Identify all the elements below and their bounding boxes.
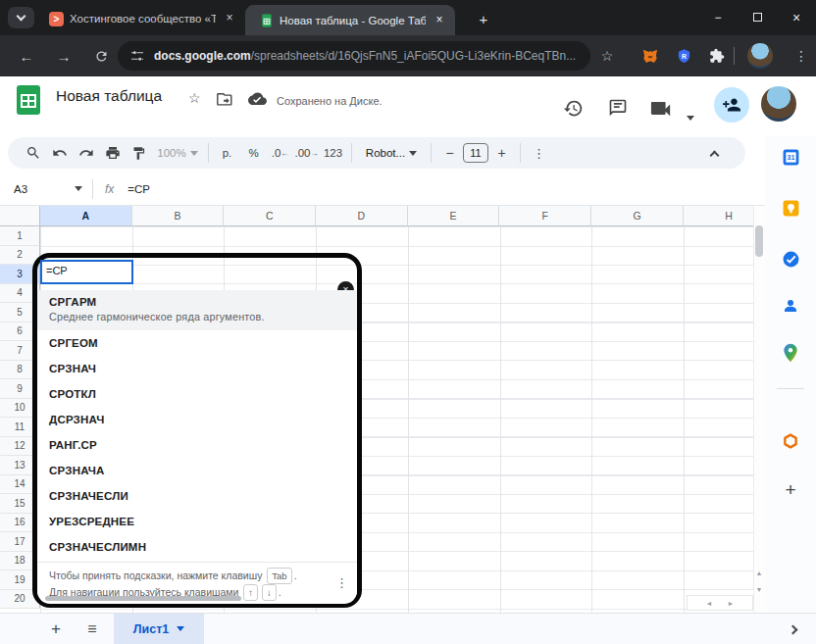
close-tab-icon[interactable]: × [222,11,237,26]
sheets-logo-icon[interactable] [16,84,41,116]
font-size-input[interactable]: 11 [463,143,488,163]
column-header-H[interactable]: H [684,206,753,226]
new-tab-button[interactable]: + [473,8,494,29]
column-header-A[interactable]: A [40,206,132,226]
addon-icon[interactable] [779,429,802,453]
formula-input[interactable]: =СР [128,183,150,195]
decrease-font-size-button[interactable]: − [436,140,463,166]
undo-icon[interactable] [46,140,73,166]
column-header-G[interactable]: G [591,206,684,226]
document-title[interactable]: Новая таблица [56,87,162,105]
keep-icon[interactable] [779,196,802,220]
extensions-puzzle-icon[interactable] [702,35,732,76]
vertical-scrollbar-thumb[interactable] [755,225,763,257]
browser-menu-kebab-icon[interactable]: ⋮ [787,35,816,76]
move-folder-icon[interactable] [217,93,233,107]
scroll-down-icon[interactable]: ▼ [753,586,765,593]
address-bar[interactable]: docs.google.com/spreadsheets/d/16QjsFnN5… [118,41,590,71]
suggestion-item[interactable]: СРГЕОМ [37,330,357,356]
suggestion-item[interactable]: РАНГ.СР [37,432,357,458]
suggestion-item[interactable]: СРГАРМСреднее гармоническое ряда аргумен… [37,290,357,330]
sheet-tab-active[interactable]: Лист1 [114,614,204,644]
browser-profile-avatar[interactable] [747,43,773,69]
tab-search-button[interactable] [8,7,34,28]
metamask-extension-icon[interactable] [636,35,665,76]
column-header-F[interactable]: F [499,206,591,226]
person-add-icon [722,96,741,114]
forward-button[interactable]: → [49,35,78,76]
name-box[interactable]: A3 [14,183,71,195]
minimize-button[interactable]: − [698,0,738,34]
currency-format-button[interactable]: р. [214,140,240,166]
fx-icon: fx [105,182,114,196]
tab-timeweb[interactable]: > Хостинговое сообщество «Tim × [37,6,243,31]
comments-icon[interactable] [608,98,628,118]
expand-side-panel-icon[interactable] [781,614,804,644]
contacts-icon[interactable] [779,294,802,318]
select-all-corner[interactable] [0,206,40,226]
paint-format-icon[interactable] [126,140,152,166]
site-settings-icon[interactable] [129,48,145,64]
increase-decimal-button[interactable]: .00→ [293,140,320,166]
popup-kebab-icon[interactable]: ⋮ [335,575,348,590]
toolbar-more-kebab-icon[interactable]: ⋮ [526,140,552,166]
increase-font-size-button[interactable]: + [488,140,515,166]
shield-extension-icon[interactable]: R [669,35,698,76]
percent-format-button[interactable]: % [240,140,267,166]
row-header-1[interactable]: 1 [0,226,40,246]
suggestion-item[interactable]: ДСРЗНАЧ [37,407,357,432]
column-header-E[interactable]: E [408,206,500,226]
down-keycap: ↓ [262,584,277,601]
number-format-button[interactable]: 123 [320,140,346,166]
add-addon-plus-icon[interactable]: + [779,478,802,502]
suggestion-item[interactable]: УРЕЗСРЕДНЕЕ [37,509,357,534]
zoom-select[interactable]: 100% [152,140,203,166]
popup-horizontal-scrollbar-thumb[interactable] [45,596,241,601]
column-header-B[interactable]: B [132,206,225,226]
maps-icon[interactable] [779,341,802,365]
scroll-right-icon[interactable]: ► [725,600,737,607]
horizontal-scrollbar[interactable]: ◄ ► [687,595,753,611]
bookmark-star-icon[interactable]: ☆ [592,35,622,76]
tasks-icon[interactable] [779,247,802,271]
vertical-scrollbar[interactable] [753,206,765,613]
close-tab-icon[interactable]: × [432,13,447,28]
reload-button[interactable] [86,35,116,76]
scroll-up-icon[interactable]: ▲ [753,570,765,576]
redo-icon[interactable] [73,140,99,166]
all-sheets-menu-icon[interactable]: ≡ [80,614,104,644]
tab-sheets-active[interactable]: Новая таблица - Google Табли × [245,5,455,35]
suggestion-item[interactable]: СРОТКЛ [37,381,357,407]
name-box-caret-icon[interactable] [75,186,82,191]
camera-dropdown-caret-icon[interactable] [683,107,694,124]
scroll-left-icon[interactable]: ◄ [703,600,715,607]
version-history-icon[interactable] [563,98,584,119]
column-header-D[interactable]: D [316,206,408,226]
account-avatar[interactable] [761,86,796,122]
svg-text:31: 31 [787,154,794,162]
calendar-icon[interactable]: 31 [779,145,802,169]
print-icon[interactable] [99,140,126,166]
sheet-tab-caret-icon [177,626,184,631]
font-select[interactable]: Robot... [357,140,426,166]
cell-editor[interactable]: =СР [40,260,133,284]
suggestion-item[interactable]: СРЗНАЧЕСЛИМН [37,534,357,560]
share-button[interactable] [714,87,749,123]
star-document-icon[interactable]: ☆ [188,90,201,106]
sheets-favicon-icon [259,13,274,27]
decrease-decimal-button[interactable]: .0← [267,140,293,166]
add-sheet-button[interactable]: + [45,614,67,644]
column-header-C[interactable]: C [224,206,316,226]
url-text: docs.google.com/spreadsheets/d/16QjsFnN5… [154,49,576,63]
suggestion-item[interactable]: СРЗНАЧ [37,356,357,381]
maximize-button[interactable] [738,0,777,34]
suggestion-item[interactable]: СРЗНАЧЕСЛИ [37,483,357,509]
back-button[interactable]: ← [12,35,41,76]
close-window-button[interactable]: × [777,0,816,34]
meet-camera-icon[interactable] [650,101,672,116]
suggestion-item[interactable]: СРЗНАЧА [37,458,357,483]
saved-cloud-icon[interactable] [248,92,267,107]
collapse-toolbar-icon[interactable] [701,140,728,166]
search-icon[interactable] [20,140,46,166]
timeweb-favicon-icon: > [49,12,64,26]
